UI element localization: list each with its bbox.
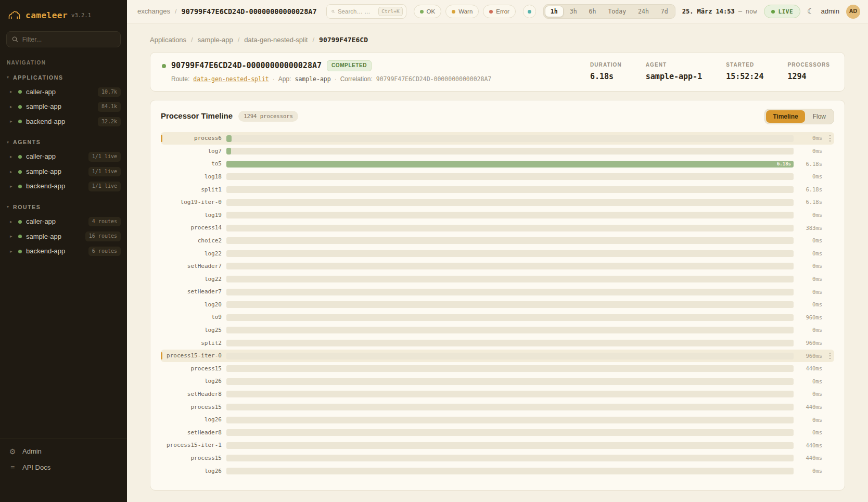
timeline-card: Processor Timeline 1294 processors Timel…	[150, 100, 845, 491]
user-name[interactable]: admin	[821, 7, 839, 16]
time-range-1h[interactable]: 1h	[545, 6, 564, 17]
timeline-track	[226, 276, 794, 282]
avatar[interactable]: AD	[846, 5, 860, 19]
status-filters: OK Warn Error	[414, 5, 516, 18]
view-flow-button[interactable]: Flow	[806, 110, 833, 123]
sidebar-section-header[interactable]: ▾ ROUTES	[0, 202, 127, 214]
sidebar-nav-item[interactable]: ▸ caller-app 10.7k	[0, 85, 127, 100]
timeline-row[interactable]: process15 440ms	[161, 362, 834, 375]
sidebar-footer-item[interactable]: ≡ API Docs	[8, 464, 119, 472]
sidebar-nav-item[interactable]: ▸ backend-app 1/1 live	[0, 179, 127, 194]
timeline-row[interactable]: process15 440ms	[161, 452, 834, 465]
time-range-24h[interactable]: 24h	[632, 6, 655, 17]
breadcrumb-exchanges[interactable]: exchanges	[137, 7, 170, 16]
chevron-right-icon: ▸	[10, 184, 14, 189]
sidebar-nav-item[interactable]: ▸ caller-app 4 routes	[0, 214, 127, 229]
timeline-row[interactable]: process15 440ms	[161, 401, 834, 414]
processor-name: log20	[164, 301, 222, 308]
sidebar-footer: ⚙ Admin ≡ API Docs	[0, 439, 127, 502]
logo[interactable]: cameleer v3.2.1	[0, 7, 127, 31]
timeline-row[interactable]: setHeader8 0ms	[161, 388, 834, 401]
sidebar-nav-item[interactable]: ▸ caller-app 1/1 live	[0, 149, 127, 164]
row-duration: 0ms	[798, 301, 822, 308]
theme-toggle[interactable]: ☾	[807, 8, 814, 16]
sidebar-footer-item[interactable]: ⚙ Admin	[8, 447, 119, 456]
live-label: LIVE	[778, 8, 794, 15]
timeline-row[interactable]: log7 0ms	[161, 145, 834, 158]
timeline-row[interactable]: log26 0ms	[161, 414, 834, 427]
time-range-today[interactable]: Today	[602, 6, 632, 17]
sidebar-section-header[interactable]: ▾ APPLICATIONS	[0, 73, 127, 85]
timeline-row[interactable]: split1 6.18s	[161, 183, 834, 196]
timeline-track	[226, 353, 794, 359]
timeline-row[interactable]: log20 0ms	[161, 298, 834, 311]
extra-filter-chip[interactable]	[523, 5, 536, 18]
timeline-row[interactable]: setHeader7 0ms	[161, 286, 834, 299]
timeline-track	[226, 289, 794, 295]
sidebar-nav-item[interactable]: ▸ backend-app 32.2k	[0, 114, 127, 130]
timeline-row[interactable]: log18 0ms	[161, 171, 834, 184]
timeline-row[interactable]: process6 0ms	[161, 132, 834, 145]
timeline-row[interactable]: process14 383ms	[161, 222, 834, 235]
breadcrumb-link[interactable]: sample-app	[198, 36, 233, 44]
stat-label: AGENT	[646, 62, 702, 69]
status-dot	[18, 185, 22, 188]
live-badge[interactable]: LIVE	[764, 5, 801, 18]
breadcrumb-separator: /	[312, 36, 314, 44]
section-caret-icon: ▾	[7, 75, 9, 80]
breadcrumb-link[interactable]: Applications	[150, 36, 186, 44]
filter-chip[interactable]: Warn	[445, 5, 479, 18]
timeline-row[interactable]: log22 0ms	[161, 273, 834, 286]
timeline-row[interactable]: process15-iter-0 960ms	[161, 350, 834, 363]
timeline-row[interactable]: log19-iter-0 6.18s	[161, 196, 834, 209]
sidebar-nav-item[interactable]: ▸ backend-app 6 routes	[0, 244, 127, 259]
timeline-row[interactable]: log19 0ms	[161, 209, 834, 222]
timeline-header: Processor Timeline 1294 processors Timel…	[161, 109, 834, 124]
chevron-right-icon: ▸	[10, 105, 14, 109]
sidebar-nav-item[interactable]: ▸ sample-app 16 routes	[0, 229, 127, 244]
search-input[interactable]	[338, 8, 375, 15]
row-menu-icon[interactable]	[827, 133, 833, 144]
app-version: v3.2.1	[71, 12, 91, 19]
timeline-track	[226, 301, 794, 308]
sidebar-filter[interactable]	[6, 31, 121, 47]
time-range-7d[interactable]: 7d	[655, 6, 674, 17]
timeline-row[interactable]: to5 6.18s 6.18s	[161, 158, 834, 171]
status-dot	[18, 120, 22, 123]
timeline-row[interactable]: log22 0ms	[161, 247, 834, 260]
timeline-row[interactable]: process15-iter-1 440ms	[161, 439, 834, 452]
exchange-id: 90799F47E6CD24D-00000000000028A7	[171, 61, 322, 71]
nav-section-items: ▸ caller-app 4 routes ▸ sample-app 16 ro…	[0, 214, 127, 259]
view-timeline-button[interactable]: Timeline	[766, 110, 805, 123]
route-link[interactable]: data-gen-nested-split	[193, 75, 269, 83]
row-duration: 440ms	[798, 365, 822, 372]
filter-chip[interactable]: OK	[414, 5, 442, 18]
processor-name: process15-iter-1	[164, 442, 222, 449]
row-duration: 0ms	[798, 135, 822, 141]
timeline-row[interactable]: log26 0ms	[161, 375, 834, 388]
search-box[interactable]: Ctrl+K	[326, 4, 406, 19]
timeline-row[interactable]: setHeader7 0ms	[161, 260, 834, 273]
nav-section-title: AGENTS	[13, 139, 41, 146]
time-range-3h[interactable]: 3h	[564, 6, 583, 17]
row-menu-icon[interactable]	[827, 351, 833, 362]
sidebar-section-header[interactable]: ▾ AGENTS	[0, 137, 127, 149]
timeline-track	[226, 250, 794, 257]
timeline-row[interactable]: to9 960ms	[161, 311, 834, 324]
exchange-meta: Route: data-gen-nested-split · App: samp…	[162, 75, 491, 83]
brand-name: cameleer	[25, 10, 68, 21]
timeline-row[interactable]: split2 960ms	[161, 337, 834, 350]
processor-name: process15	[164, 404, 222, 411]
breadcrumb-link[interactable]: data-gen-nested-split	[244, 36, 308, 44]
sidebar-nav-item[interactable]: ▸ sample-app 84.1k	[0, 99, 127, 114]
timeline-row[interactable]: log25 0ms	[161, 324, 834, 337]
processor-name: log18	[164, 173, 222, 181]
stat-value: 6.18s	[590, 72, 622, 82]
filter-chip[interactable]: Error	[483, 5, 516, 18]
filter-input[interactable]	[22, 36, 115, 43]
timeline-row[interactable]: setHeader8 0ms	[161, 426, 834, 439]
timeline-row[interactable]: choice2 0ms	[161, 235, 834, 248]
time-range-6h[interactable]: 6h	[583, 6, 602, 17]
sidebar-nav-item[interactable]: ▸ sample-app 1/1 live	[0, 164, 127, 179]
timeline-row[interactable]: log26 0ms	[161, 465, 834, 478]
